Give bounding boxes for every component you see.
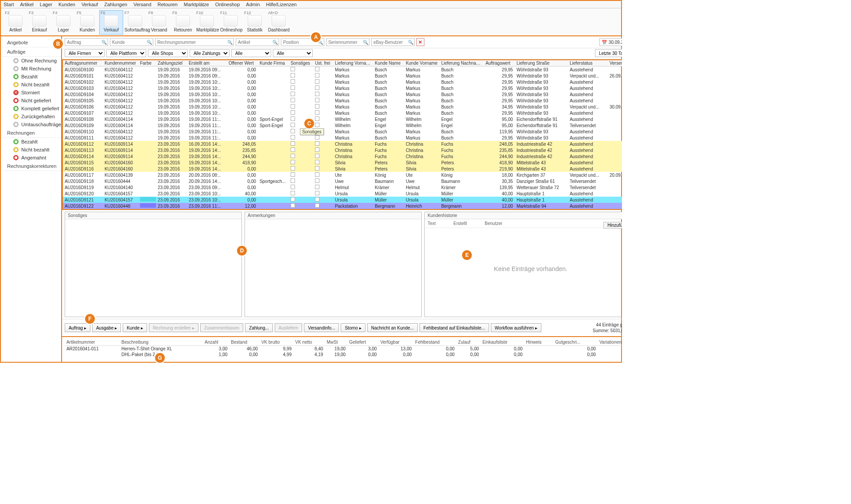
menu-artikel[interactable]: Artikel bbox=[20, 2, 34, 7]
col-header[interactable]: Lieferung Straße bbox=[515, 60, 568, 66]
sidebar-section-rechnungen[interactable]: Rechnungen bbox=[3, 128, 61, 138]
filter-input[interactable] bbox=[372, 40, 407, 45]
item-col-header[interactable]: Zulauf bbox=[456, 339, 481, 346]
table-row[interactable]: AU2016D9102KU20160411219.09.201619.09.20… bbox=[63, 79, 622, 85]
item-col-header[interactable]: Bestand bbox=[229, 339, 260, 346]
sidebar-item-nicht-geliefert[interactable]: Nicht geliefert bbox=[3, 97, 61, 105]
date-picker[interactable]: 📅 30.09.2016 ▾ bbox=[599, 38, 622, 46]
action-zahlung-[interactable]: Zahlung... bbox=[245, 323, 272, 332]
anmerkungen-body[interactable] bbox=[245, 219, 421, 317]
ribbon-lager[interactable]: F4Lager bbox=[51, 10, 75, 35]
menu-hilfe/lizenzen[interactable]: Hilfe/Lizenzen bbox=[266, 2, 297, 7]
col-header[interactable]: Farbe bbox=[138, 60, 156, 66]
ribbon-einkauf[interactable]: F3Einkauf bbox=[27, 10, 51, 35]
table-row[interactable]: AU2016D9117KU20160413923.09.201620.09.20… bbox=[63, 172, 622, 178]
table-row[interactable]: AU2016D9105KU20160411219.09.201619.09.20… bbox=[63, 97, 622, 104]
filter-select[interactable]: Alle Shops bbox=[148, 49, 188, 57]
sidebar-section-aufträge[interactable]: Aufträge bbox=[3, 47, 61, 57]
ribbon-versand[interactable]: F8Versand bbox=[147, 10, 171, 35]
table-row[interactable]: AU2016D9111KU20160411219.09.201619.09.20… bbox=[63, 135, 622, 141]
menu-start[interactable]: Start bbox=[4, 2, 14, 7]
menu-retouren[interactable]: Retouren bbox=[158, 2, 178, 7]
col-header[interactable]: Lieferung Nachname bbox=[439, 60, 484, 66]
sidebar-section-angebote[interactable]: Angebote bbox=[3, 38, 61, 47]
item-row[interactable]: DHL-Paket (bis 2 kg)1,000,004,994,1919,0… bbox=[65, 352, 622, 357]
ribbon-artikel[interactable]: F2Artikel bbox=[4, 10, 27, 35]
clear-filters-button[interactable]: ✕ bbox=[416, 38, 424, 46]
sonstiges-body[interactable]: D bbox=[65, 219, 241, 317]
filter-select[interactable]: Alle Firmen bbox=[65, 49, 105, 57]
table-row[interactable]: AU2016D9104KU20160411219.09.201619.09.20… bbox=[63, 91, 622, 97]
col-header[interactable]: Auftragsnummer bbox=[63, 60, 103, 66]
action-workflow-ausf-hren[interactable]: Workflow ausführen ▸ bbox=[491, 323, 541, 332]
filter-kunde[interactable]: 🔍 bbox=[110, 38, 153, 46]
sidebar-item-umtauschaufträge[interactable]: Umtauschaufträge bbox=[3, 120, 61, 128]
menu-admin[interactable]: Admin bbox=[246, 2, 260, 7]
col-header[interactable]: Versendet am bbox=[608, 60, 622, 66]
menu-bar[interactable]: StartArtikelLagerKundenVerkaufZahlungenV… bbox=[1, 1, 621, 8]
filter-seriennummer[interactable]: 🔍 bbox=[326, 38, 369, 46]
table-row[interactable]: AU2016D9121KU20160415723.09.201623.09.20… bbox=[63, 197, 622, 203]
sidebar-item-bezahlt[interactable]: Bezahlt bbox=[3, 73, 61, 81]
table-row[interactable]: AU2016D9116KU20160416023.09.201619.09.20… bbox=[63, 166, 622, 172]
item-col-header[interactable]: Hinweis bbox=[525, 339, 554, 346]
sidebar-item-nicht-bezahlt[interactable]: Nicht bezahlt bbox=[3, 81, 61, 89]
item-col-header[interactable]: Verfügbar bbox=[378, 339, 413, 346]
table-row[interactable]: AU2016D9100KU20160411219.09.201619.09.20… bbox=[63, 66, 622, 73]
sidebar-item-angemahnt[interactable]: Angemahnt bbox=[3, 154, 61, 162]
col-header[interactable]: Lieferung Vorname bbox=[333, 60, 373, 66]
col-header[interactable]: Kunde Name bbox=[373, 60, 404, 66]
order-items-grid[interactable]: ArtikelnummerBeschreibungAnzahlBestandVK… bbox=[62, 336, 622, 362]
ribbon-kunden[interactable]: F5Kunden bbox=[75, 10, 99, 35]
sidebar-item-storniert[interactable]: ✕Storniert bbox=[3, 89, 61, 97]
table-row[interactable]: AU2016D9107KU20160411219.09.201619.09.20… bbox=[63, 110, 622, 116]
filter-input[interactable] bbox=[110, 40, 146, 45]
filter-select[interactable]: Alle Zahlungsarten bbox=[190, 49, 229, 57]
col-header[interactable]: Kundennummer bbox=[103, 60, 138, 66]
sidebar-item-bezahlt[interactable]: Bezahlt bbox=[3, 138, 61, 146]
col-header[interactable]: Kunde Firma bbox=[258, 60, 289, 66]
col-header[interactable]: Sonstiges bbox=[289, 60, 313, 66]
ribbon-verkauf[interactable]: F6Verkauf bbox=[99, 10, 123, 35]
col-header[interactable]: Kunde Vorname bbox=[404, 60, 439, 66]
item-col-header[interactable]: Fehlbestand bbox=[413, 339, 456, 346]
ribbon-onlineshop[interactable]: F11Onlineshop bbox=[219, 10, 243, 35]
table-row[interactable]: AU2016D9119KU20160414023.09.201623.09.20… bbox=[63, 184, 622, 190]
table-row[interactable]: AU2016D9113KU20160911423.09.201619.09.20… bbox=[63, 147, 622, 153]
table-row[interactable]: AU2016D9112KU20160911423.09.201616.09.20… bbox=[63, 141, 622, 147]
ribbon-retouren[interactable]: F9Retouren bbox=[171, 10, 195, 35]
filter-input[interactable] bbox=[281, 40, 317, 45]
item-col-header[interactable]: Beschreibung bbox=[120, 339, 203, 346]
table-row[interactable]: AU2016D9115KU20160416023.09.201619.09.20… bbox=[63, 159, 622, 166]
action-ausgabe[interactable]: Ausgabe ▸ bbox=[92, 323, 121, 332]
table-row[interactable]: AU2016D9103KU20160411219.09.201619.09.20… bbox=[63, 85, 622, 91]
filter-input[interactable] bbox=[236, 40, 272, 45]
item-col-header[interactable]: Gutgeschri... bbox=[554, 339, 598, 346]
col-header[interactable]: Ust. frei bbox=[313, 60, 333, 66]
action-versandinfo-[interactable]: Versandinfo... bbox=[304, 323, 339, 332]
menu-onlineshop[interactable]: Onlineshop bbox=[215, 2, 240, 7]
filter-input[interactable] bbox=[155, 40, 226, 45]
sidebar-item-nicht-bezahlt[interactable]: Nicht bezahlt bbox=[3, 146, 61, 154]
action-kunde[interactable]: Kunde ▸ bbox=[123, 323, 147, 332]
filter-select[interactable]: Alle Plattformen bbox=[106, 49, 146, 57]
item-col-header[interactable]: VK brutto bbox=[260, 339, 293, 346]
menu-verkauf[interactable]: Verkauf bbox=[82, 2, 98, 7]
item-col-header[interactable]: MwSt bbox=[325, 339, 347, 346]
ribbon-marktplätze[interactable]: F10Marktplätze bbox=[195, 10, 219, 35]
table-row[interactable]: AU2016D9118KU2016044423.09.201620.09.201… bbox=[63, 178, 622, 184]
filter-artikel[interactable]: 🔍 bbox=[236, 38, 279, 46]
col-header[interactable]: Erstellt am bbox=[187, 60, 227, 66]
col-header[interactable]: Zahlungsziel bbox=[156, 60, 187, 66]
filter-input[interactable] bbox=[326, 40, 362, 45]
action-nachricht-an-kunde-[interactable]: Nachricht an Kunde... bbox=[367, 323, 418, 332]
item-col-header[interactable]: VK netto bbox=[293, 339, 325, 346]
sidebar-item-mit-rechnung[interactable]: Mit Rechnung bbox=[3, 65, 61, 73]
orders-grid[interactable]: AuftragsnummerKundennummerFarbeZahlungsz… bbox=[62, 59, 622, 210]
table-row[interactable]: AU2016D9106KU20160411219.09.201619.09.20… bbox=[63, 104, 622, 110]
item-col-header[interactable]: Geliefert bbox=[347, 339, 378, 346]
menu-zahlungen[interactable]: Zahlungen bbox=[104, 2, 127, 7]
col-header[interactable]: Offener Wert bbox=[227, 60, 258, 66]
filter-auftrag[interactable]: 🔍 bbox=[65, 38, 108, 46]
sidebar-item-ohne-rechnung[interactable]: Ohne Rechnung bbox=[3, 57, 61, 65]
